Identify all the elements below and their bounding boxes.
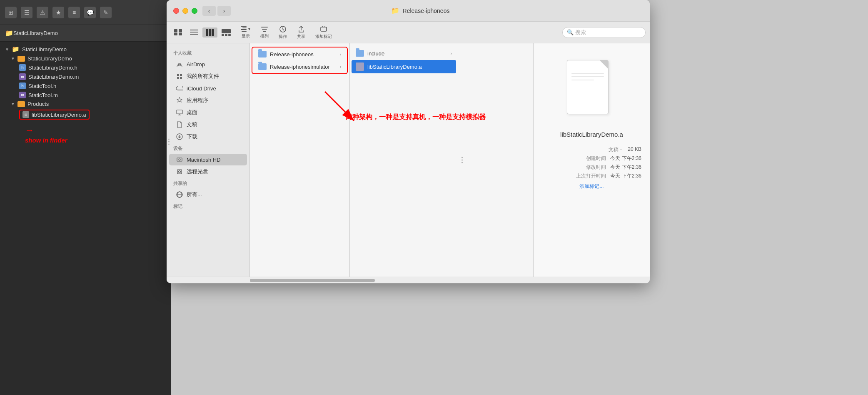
meta-modified-label: 修改时间 bbox=[586, 164, 606, 171]
finder-scrollbar[interactable] bbox=[167, 277, 650, 283]
sidebar-item-all[interactable]: 所有... bbox=[169, 189, 247, 200]
tree-item-h1[interactable]: h StaticLibraryDemo.h bbox=[0, 63, 171, 72]
folder-icon-products bbox=[17, 101, 25, 107]
release-highlight-box: Release-iphoneos › Release-iphonesimulat… bbox=[252, 47, 348, 74]
xcode-tree: 📁 StaticLibraryDemo StaticLibraryDemo h … bbox=[0, 42, 171, 395]
star-icon[interactable]: ★ bbox=[52, 7, 64, 18]
list2-icon[interactable]: ≡ bbox=[68, 7, 80, 18]
sidebar-item-icloud[interactable]: iCloud Drive bbox=[169, 82, 247, 94]
col2-include[interactable]: include › bbox=[352, 48, 456, 59]
sidebar-item-machd[interactable]: Macintosh HD bbox=[169, 154, 247, 165]
chevron-right-icon: › bbox=[340, 52, 341, 57]
sidebar-item-allfiles[interactable]: 我的所有文件 bbox=[169, 70, 247, 82]
sidebar-item-desktop[interactable]: 桌面 bbox=[169, 107, 247, 118]
sidebar-item-downloads[interactable]: 下载 bbox=[169, 131, 247, 142]
sidebar-label-desktop: 桌面 bbox=[187, 109, 197, 116]
add-tag-link[interactable]: 添加标记... bbox=[542, 183, 641, 190]
col1-release-iphonesim[interactable]: Release-iphonesimulator › bbox=[254, 61, 345, 72]
airdrop-icon bbox=[176, 60, 183, 68]
action-label: 操作 bbox=[279, 34, 287, 40]
col2-label-lib: libStaticLibraryDemo.a bbox=[367, 64, 422, 70]
tree-root[interactable]: 📁 StaticLibraryDemo bbox=[0, 44, 171, 54]
sidebar-item-apps[interactable]: 应用程序 bbox=[169, 95, 247, 106]
action-btn[interactable]: 操作 bbox=[275, 24, 290, 41]
svg-rect-26 bbox=[177, 77, 179, 79]
svg-rect-3 bbox=[179, 33, 182, 35]
sidebar-label-apps: 应用程序 bbox=[187, 97, 208, 104]
search-placeholder: 搜索 bbox=[575, 29, 586, 36]
list-icon[interactable]: ☰ bbox=[21, 7, 32, 18]
sidebar-item-remote[interactable]: 远程光盘 bbox=[169, 166, 247, 178]
tree-arrow-root bbox=[5, 47, 9, 52]
tree-arrow-staticlib bbox=[11, 56, 15, 61]
sidebar-label-remote: 远程光盘 bbox=[187, 168, 208, 175]
m2-file-icon: m bbox=[19, 92, 26, 98]
tree-item-h2[interactable]: h StaticTool.h bbox=[0, 81, 171, 90]
tree-folder-staticlib[interactable]: StaticLibraryDemo bbox=[0, 54, 171, 63]
col1-release-iphoneos[interactable]: Release-iphoneos › bbox=[254, 48, 345, 60]
meta-modified-value: 今天 下午2:36 bbox=[610, 164, 641, 171]
svg-rect-13 bbox=[228, 34, 231, 36]
tree-folder-products[interactable]: Products bbox=[0, 100, 171, 108]
warning-icon[interactable]: ⚠ bbox=[37, 7, 48, 18]
tree-label-staticlib: StaticLibraryDemo bbox=[27, 55, 72, 62]
finder-window: ‹ › 📁 Release-iphoneos bbox=[167, 0, 650, 283]
view-options-btn[interactable]: ▾ 显示 bbox=[237, 24, 254, 41]
tree-label-m1: StaticLibraryDemo.m bbox=[28, 74, 79, 80]
search-box[interactable]: 🔍 搜索 bbox=[562, 27, 646, 38]
traffic-lights bbox=[173, 8, 197, 14]
minimize-button[interactable] bbox=[182, 8, 188, 14]
scrollbar-thumb[interactable] bbox=[250, 279, 375, 282]
tree-item-m2[interactable]: m StaticTool.m bbox=[0, 90, 171, 100]
close-button[interactable] bbox=[173, 8, 179, 14]
meta-created-value: 今天 下午2:36 bbox=[610, 155, 641, 162]
tree-label-lib: libStaticLibraryDemo.a bbox=[32, 112, 86, 118]
forward-button[interactable]: › bbox=[217, 6, 231, 16]
annotation-label: show in finder bbox=[25, 137, 162, 144]
svg-rect-18 bbox=[261, 27, 268, 28]
m-file-icon: m bbox=[19, 73, 26, 80]
personal-section-title: 个人收藏 bbox=[167, 48, 249, 58]
icloud-icon bbox=[176, 85, 183, 92]
svg-rect-11 bbox=[222, 34, 224, 36]
gallery-view-btn[interactable] bbox=[218, 28, 234, 38]
sidebar-item-airdrop[interactable]: AirDrop bbox=[169, 58, 247, 70]
comment-icon[interactable]: ✎ bbox=[100, 7, 112, 18]
maximize-button[interactable] bbox=[192, 8, 197, 14]
col2-lib[interactable]: libStaticLibraryDemo.a bbox=[352, 60, 456, 73]
tags-section-title: 标记 bbox=[167, 201, 249, 211]
svg-point-31 bbox=[179, 159, 180, 160]
meta-size-label: 文稿－ bbox=[609, 146, 624, 153]
sort-btn[interactable]: 排列 bbox=[257, 24, 272, 41]
h2-file-icon: h bbox=[19, 82, 26, 89]
grid-icon[interactable]: ⊞ bbox=[5, 7, 17, 18]
resize-handle-mid bbox=[461, 157, 463, 163]
svg-rect-28 bbox=[177, 110, 182, 114]
sidebar-item-docs[interactable]: 文稿 bbox=[169, 119, 247, 130]
column-view-btn[interactable] bbox=[202, 28, 217, 38]
finder-toolbar: ▾ 显示 排列 操作 共享 bbox=[167, 22, 650, 43]
tag-btn[interactable]: 添加标记 bbox=[312, 24, 335, 41]
sidebar-label-docs: 文稿 bbox=[187, 121, 197, 128]
svg-rect-15 bbox=[242, 28, 247, 28]
svg-rect-20 bbox=[263, 31, 266, 32]
tree-label-m2: StaticTool.m bbox=[28, 92, 58, 98]
meta-opened-row: 上次打开时间 今天 下午2:36 bbox=[542, 172, 641, 180]
sidebar-label-allfiles: 我的所有文件 bbox=[187, 72, 219, 80]
finder-titlebar: ‹ › 📁 Release-iphoneos bbox=[167, 0, 650, 22]
svg-rect-5 bbox=[190, 32, 198, 32]
xcode-toolbar: ⊞ ☰ ⚠ ★ ≡ 💬 ✎ bbox=[0, 0, 171, 25]
folder-icon-staticlib bbox=[17, 56, 25, 62]
share-btn[interactable]: 共享 bbox=[294, 24, 309, 41]
svg-rect-32 bbox=[177, 170, 182, 174]
svg-rect-10 bbox=[222, 29, 231, 33]
finder-sidebar: 个人收藏 AirDrop bbox=[167, 43, 250, 277]
icon-view-btn[interactable] bbox=[171, 28, 186, 38]
back-button[interactable]: ‹ bbox=[202, 6, 216, 16]
list-view-btn[interactable] bbox=[187, 28, 202, 38]
tree-root-label: StaticLibraryDemo bbox=[22, 46, 67, 52]
svg-rect-25 bbox=[180, 74, 182, 76]
tree-item-m1[interactable]: m StaticLibraryDemo.m bbox=[0, 72, 171, 81]
tree-item-lib[interactable]: ⊞ libStaticLibraryDemo.a bbox=[0, 108, 171, 121]
speech-icon[interactable]: 💬 bbox=[84, 7, 96, 18]
